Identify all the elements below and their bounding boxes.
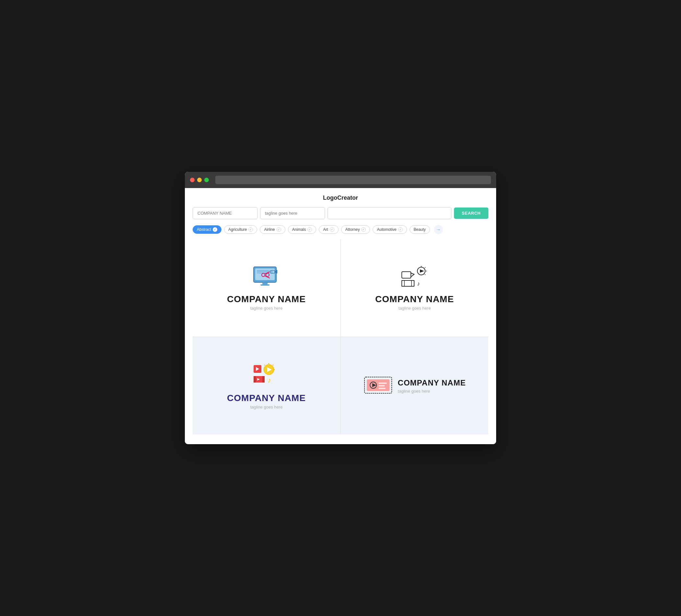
app-content: LogoCreator SEARCH Abstract ✓ Agricultur…	[185, 188, 496, 444]
card4-tagline: tagline goes here	[398, 389, 466, 393]
minimize-button[interactable]	[197, 178, 202, 182]
check-icon: ✓	[307, 227, 312, 232]
svg-line-18	[425, 267, 426, 268]
svg-line-20	[425, 274, 426, 275]
svg-text:♪: ♪	[417, 280, 420, 287]
svg-rect-22	[402, 280, 404, 286]
category-label: Automotive	[377, 227, 396, 232]
logo-card-3[interactable]: ♪ COMPANY NAME tagline goes here	[193, 337, 340, 434]
category-label: Abstract	[197, 227, 211, 232]
svg-line-30	[273, 365, 273, 365]
svg-rect-44	[378, 388, 385, 389]
category-label: Art	[323, 227, 328, 232]
address-bar	[215, 176, 491, 184]
card2-company-name: COMPANY NAME	[375, 294, 454, 304]
card3-company-name: COMPANY NAME	[227, 393, 306, 403]
app-title: LogoCreator	[193, 195, 488, 201]
category-label: Airline	[264, 227, 275, 232]
logo-card-4[interactable]: COMPANY NAME tagline goes here	[341, 337, 488, 434]
svg-rect-21	[402, 280, 414, 286]
extra-input[interactable]	[328, 207, 451, 219]
category-label: Animals	[292, 227, 306, 232]
check-icon: ✓	[361, 227, 366, 232]
category-beauty[interactable]: Beauty	[409, 225, 430, 234]
check-icon: ✓	[398, 227, 403, 232]
logo-icon-4	[363, 376, 393, 396]
card4-text-block: COMPANY NAME tagline goes here	[398, 378, 466, 393]
browser-titlebar	[185, 172, 496, 188]
category-agriculture[interactable]: Agriculture ✓	[224, 225, 257, 234]
check-icon: ✓	[330, 227, 334, 232]
category-label: Beauty	[414, 227, 426, 232]
category-animals[interactable]: Animals ✓	[288, 225, 317, 234]
close-button[interactable]	[190, 178, 195, 182]
logo-card-1[interactable]: COMPANY NAME tagline goes here	[193, 239, 340, 336]
category-label: Agriculture	[228, 227, 247, 232]
search-bar: SEARCH	[193, 207, 488, 219]
search-button[interactable]: SEARCH	[454, 207, 488, 219]
svg-rect-13	[402, 272, 411, 278]
logo-card-2[interactable]: ♪ COMPANY NAME tagline goes here	[341, 239, 488, 336]
card1-company-name: COMPANY NAME	[227, 294, 306, 304]
category-art[interactable]: Art ✓	[319, 225, 338, 234]
category-bar: Abstract ✓ Agriculture ✓ Airline ✓ Anima…	[193, 225, 488, 234]
browser-window: LogoCreator SEARCH Abstract ✓ Agricultur…	[185, 172, 496, 444]
svg-rect-43	[378, 385, 385, 386]
svg-marker-16	[420, 270, 424, 273]
svg-line-32	[264, 365, 265, 365]
maximize-button[interactable]	[204, 178, 209, 182]
svg-text:♪: ♪	[268, 376, 271, 384]
svg-rect-42	[378, 383, 387, 384]
logo-icon-3: ♪	[252, 362, 281, 388]
category-airline[interactable]: Airline ✓	[260, 225, 285, 234]
category-next-button[interactable]: →	[434, 225, 443, 234]
card2-tagline: tagline goes here	[399, 306, 431, 311]
logo-icon-2: ♪	[400, 265, 429, 289]
svg-rect-12	[260, 284, 270, 286]
check-icon: ✓	[213, 227, 217, 232]
category-attorney[interactable]: Attorney ✓	[341, 225, 370, 234]
svg-rect-35	[262, 376, 264, 383]
svg-rect-11	[262, 282, 268, 284]
svg-rect-23	[411, 280, 414, 286]
check-icon: ✓	[277, 227, 281, 232]
category-label: Attorney	[345, 227, 360, 232]
card1-tagline: tagline goes here	[250, 306, 283, 311]
svg-marker-14	[411, 273, 414, 277]
card4-company-name: COMPANY NAME	[398, 378, 466, 387]
check-icon: ✓	[248, 227, 253, 232]
category-abstract[interactable]: Abstract ✓	[193, 225, 222, 234]
svg-rect-34	[254, 376, 256, 383]
card3-tagline: tagline goes here	[250, 405, 283, 409]
tagline-input[interactable]	[260, 207, 325, 219]
company-name-input[interactable]	[193, 207, 257, 219]
logo-icon-1	[252, 265, 281, 289]
logo-grid: COMPANY NAME tagline goes here	[193, 239, 488, 434]
category-automotive[interactable]: Automotive ✓	[373, 225, 407, 234]
